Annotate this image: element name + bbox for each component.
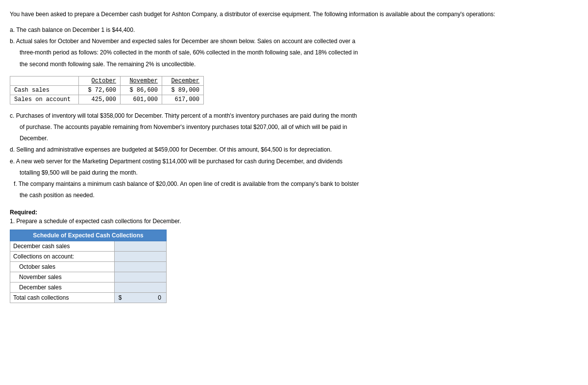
november-sales-input[interactable] — [114, 272, 166, 282]
cash-sales-november: $ 86,600 — [121, 85, 162, 95]
point-c-cont1: of purchase. The accounts payable remain… — [10, 123, 578, 132]
table-row: October sales — [10, 262, 167, 272]
total-value: 0 — [158, 294, 163, 301]
point-b-intro: b. Actual sales for October and November… — [10, 37, 578, 46]
table-row: December sales — [10, 282, 167, 293]
total-row: Total cash collections $ 0 — [10, 293, 167, 303]
table-row: Cash sales $ 72,600 $ 86,600 $ 89,000 — [10, 85, 204, 95]
point-c: c. Purchases of inventory will total $35… — [10, 111, 578, 121]
sales-account-october: 425,000 — [79, 95, 121, 104]
sales-account-december: 617,000 — [162, 95, 204, 104]
point-e-cont: totalling $9,500 will be paid during the… — [10, 168, 578, 178]
december-cash-sales-label: December cash sales — [10, 241, 115, 252]
schedule-header-row: Schedule of Expected Cash Collections — [10, 230, 167, 241]
sales-account-label: Sales on account — [10, 95, 79, 104]
point-c-cont2: December. — [10, 134, 578, 143]
december-cash-sales-input[interactable] — [114, 241, 166, 252]
october-sales-input[interactable] — [114, 262, 166, 272]
point-f-cont: the cash position as needed. — [10, 191, 578, 200]
sales-table-container: October November December Cash sales $ 7… — [10, 76, 578, 104]
october-sales-label: October sales — [10, 262, 115, 272]
point-b-cont1: three-month period as follows: 20% colle… — [10, 48, 578, 57]
point-f: f. The company maintains a minimum cash … — [10, 180, 578, 189]
point-b-cont2: the second month following sale. The rem… — [10, 60, 578, 69]
sales-table-header-row: October November December — [10, 76, 204, 85]
table-row: December cash sales — [10, 241, 167, 252]
total-label: Total cash collections — [10, 293, 115, 303]
collections-account-label: Collections on account: — [10, 252, 115, 262]
point-d: d. Selling and administrative expenses a… — [10, 145, 578, 154]
table-row: Sales on account 425,000 601,000 617,000 — [10, 95, 204, 104]
table-row: November sales — [10, 272, 167, 282]
points-section: a. The cash balance on December 1 is $44… — [10, 26, 578, 69]
cash-sales-december: $ 89,000 — [162, 85, 204, 95]
required-point1: 1. Prepare a schedule of expected cash c… — [10, 218, 578, 225]
sales-data-table: October November December Cash sales $ 7… — [10, 76, 204, 104]
december-sales-label: December sales — [10, 282, 115, 293]
cash-sales-october: $ 72,600 — [79, 85, 121, 95]
points-cdef-section: c. Purchases of inventory will total $35… — [10, 111, 578, 201]
november-sales-label: November sales — [10, 272, 115, 282]
required-label: Required: — [10, 209, 578, 216]
dollar-sign: $ — [118, 294, 122, 301]
total-value-cell[interactable]: $ 0 — [114, 293, 166, 303]
sales-account-november: 601,000 — [121, 95, 162, 104]
december-sales-input[interactable] — [114, 282, 166, 293]
col-november-header: November — [121, 76, 162, 85]
col-october-header: October — [79, 76, 121, 85]
required-section: Required: 1. Prepare a schedule of expec… — [10, 209, 578, 303]
point-a: a. The cash balance on December 1 is $44… — [10, 26, 578, 35]
col-december-header: December — [162, 76, 204, 85]
cash-sales-label: Cash sales — [10, 85, 79, 95]
collections-account-input[interactable] — [114, 252, 166, 262]
schedule-table: Schedule of Expected Cash Collections De… — [10, 230, 167, 303]
col-label-header — [10, 76, 79, 85]
point-e: e. A new web server for the Marketing De… — [10, 157, 578, 166]
intro-paragraph: You have been asked to prepare a Decembe… — [10, 10, 578, 19]
table-row: Collections on account: — [10, 252, 167, 262]
schedule-title: Schedule of Expected Cash Collections — [10, 230, 167, 241]
